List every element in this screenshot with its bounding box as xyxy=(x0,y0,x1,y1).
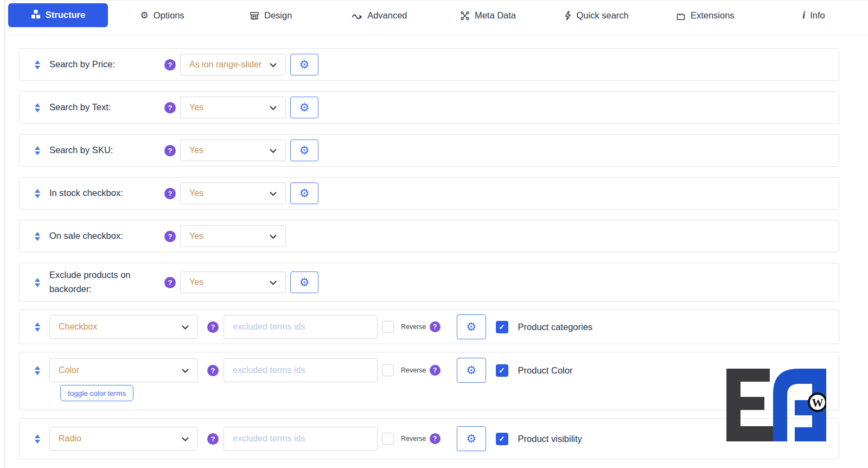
setting-label: Search by SKU: xyxy=(49,143,164,157)
network-icon xyxy=(460,11,470,21)
wave-icon xyxy=(352,12,362,20)
help-icon[interactable]: ? xyxy=(430,365,441,376)
chevron-down-icon xyxy=(182,322,189,332)
settings-panel: Structure ⚙ Options Design Advanced Meta… xyxy=(4,0,868,468)
tab-bar: Structure ⚙ Options Design Advanced Meta… xyxy=(5,1,868,35)
in-stock-select[interactable]: Yes xyxy=(180,182,286,204)
reverse-label: Reverse xyxy=(401,435,426,442)
filter-type-select[interactable]: Color xyxy=(49,358,198,382)
reverse-label: Reverse xyxy=(401,323,426,331)
search-by-text-select[interactable]: Yes xyxy=(180,97,286,118)
select-value: Yes xyxy=(189,103,203,112)
row-settings-button[interactable]: ⚙ xyxy=(290,54,318,75)
tab-design[interactable]: Design xyxy=(216,10,325,25)
setting-row-search-by-text: Search by Text: ? Yes ⚙ xyxy=(19,91,839,124)
search-by-price-select[interactable]: As ion range-slider xyxy=(180,54,286,75)
excluded-terms-input[interactable] xyxy=(224,427,378,451)
filter-type-select[interactable]: Radio xyxy=(49,427,198,451)
help-icon[interactable]: ? xyxy=(207,433,219,445)
chevron-down-icon xyxy=(182,365,189,375)
filter-settings-button[interactable]: ⚙ xyxy=(457,426,486,451)
tab-options[interactable]: ⚙ Options xyxy=(108,10,216,25)
filter-settings-button[interactable]: ⚙ xyxy=(457,358,486,383)
es-wordpress-watermark-logo: W xyxy=(717,369,826,441)
row-settings-button[interactable]: ⚙ xyxy=(290,97,318,118)
reverse-checkbox[interactable] xyxy=(382,433,394,445)
select-value: Radio xyxy=(59,434,81,444)
tab-info[interactable]: i Info xyxy=(760,10,868,26)
row-settings-button[interactable]: ⚙ xyxy=(290,271,318,293)
drag-handle[interactable] xyxy=(34,189,41,198)
help-icon[interactable]: ? xyxy=(164,145,176,156)
lightning-icon xyxy=(564,11,571,21)
setting-label: Search by Text: xyxy=(49,100,164,115)
row-settings-button[interactable]: ⚙ xyxy=(290,140,318,161)
tab-meta-data[interactable]: Meta Data xyxy=(433,10,542,25)
tab-structure[interactable]: Structure xyxy=(8,3,108,27)
filter-row-product-categories: Checkbox ? Reverse ? ⚙ ✓ Product categor… xyxy=(19,309,839,344)
select-value: As ion range-slider xyxy=(189,60,261,69)
help-icon[interactable]: ? xyxy=(164,231,176,242)
select-value: Yes xyxy=(189,231,203,241)
info-icon: i xyxy=(802,10,805,21)
help-icon[interactable]: ? xyxy=(164,102,176,113)
setting-row-in-stock: In stock checkbox: ? Yes ⚙ xyxy=(19,177,839,210)
drag-handle[interactable] xyxy=(34,146,41,155)
wordpress-w-letter: W xyxy=(812,396,824,409)
tab-label: Options xyxy=(154,10,184,21)
select-value: Yes xyxy=(189,277,203,287)
puzzle-icon xyxy=(676,11,686,21)
help-icon[interactable]: ? xyxy=(430,321,441,332)
storefront-icon xyxy=(250,11,259,21)
reverse-label: Reverse xyxy=(401,366,426,374)
reverse-checkbox[interactable] xyxy=(382,321,394,333)
drag-handle[interactable] xyxy=(34,366,41,375)
drag-handle[interactable] xyxy=(34,322,41,332)
drag-handle[interactable] xyxy=(34,434,41,444)
filter-type-select[interactable]: Checkbox xyxy=(49,315,198,339)
taxonomy-checkbox[interactable]: ✓ xyxy=(496,321,508,333)
tab-label: Quick search xyxy=(576,10,628,21)
chevron-down-icon xyxy=(270,60,277,69)
row-settings-button[interactable]: ⚙ xyxy=(290,182,318,204)
chevron-down-icon xyxy=(270,103,277,112)
taxonomy-label: Product categories xyxy=(518,322,593,332)
chevron-down-icon xyxy=(182,434,189,444)
tab-advanced[interactable]: Advanced xyxy=(325,10,433,25)
taxonomy-checkbox[interactable]: ✓ xyxy=(496,433,508,445)
drag-handle[interactable] xyxy=(34,103,41,112)
taxonomy-checkbox[interactable]: ✓ xyxy=(496,364,508,377)
tab-quick-search[interactable]: Quick search xyxy=(542,10,651,25)
help-icon[interactable]: ? xyxy=(207,321,219,333)
help-icon[interactable]: ? xyxy=(207,365,219,376)
tab-label: Extensions xyxy=(691,10,735,21)
setting-row-search-by-sku: Search by SKU: ? Yes ⚙ xyxy=(19,134,839,167)
on-sale-select[interactable]: Yes xyxy=(180,225,286,247)
setting-label: On sale checkbox: xyxy=(49,229,164,243)
filter-settings-button[interactable]: ⚙ xyxy=(457,314,486,339)
select-value: Checkbox xyxy=(59,322,97,332)
drag-handle[interactable] xyxy=(34,278,41,287)
excluded-terms-input[interactable] xyxy=(224,358,378,382)
tab-label: Meta Data xyxy=(475,10,516,21)
exclude-backorder-select[interactable]: Yes xyxy=(180,271,286,293)
toggle-color-terms-button[interactable]: toggle color terms xyxy=(60,385,133,401)
setting-label: In stock checkbox: xyxy=(49,186,164,200)
help-icon[interactable]: ? xyxy=(430,433,441,444)
tab-label: Info xyxy=(810,10,825,21)
drag-handle[interactable] xyxy=(34,60,41,69)
help-icon[interactable]: ? xyxy=(164,277,176,288)
help-icon[interactable]: ? xyxy=(164,59,176,71)
setting-label: Search by Price: xyxy=(49,58,164,72)
tab-extensions[interactable]: Extensions xyxy=(651,10,760,25)
chevron-down-icon xyxy=(270,277,277,287)
drag-handle[interactable] xyxy=(34,232,41,241)
setting-row-search-by-price: Search by Price: ? As ion range-slider ⚙ xyxy=(19,48,839,81)
excluded-terms-input[interactable] xyxy=(224,315,378,339)
search-by-sku-select[interactable]: Yes xyxy=(180,140,286,161)
tab-label: Structure xyxy=(46,10,85,20)
setting-row-on-sale: On sale checkbox: ? Yes xyxy=(19,220,839,252)
help-icon[interactable]: ? xyxy=(164,188,176,199)
reverse-checkbox[interactable] xyxy=(382,364,394,376)
chevron-down-icon xyxy=(270,146,277,155)
